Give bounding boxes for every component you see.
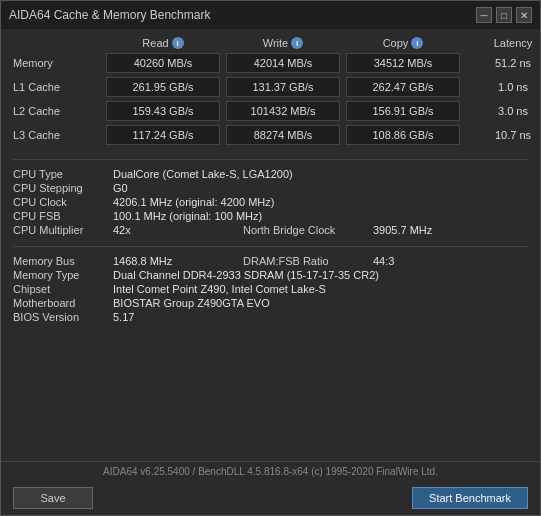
divider-2: [13, 246, 528, 247]
row-label-l1: L1 Cache: [13, 81, 103, 93]
cpu-fsb-label: CPU FSB: [13, 210, 113, 222]
footer-text: AIDA64 v6.25.5400 / BenchDLL 4.5.816.8-x…: [1, 461, 540, 481]
memory-read-value: 40260 MB/s: [106, 53, 220, 73]
save-button[interactable]: Save: [13, 487, 93, 509]
l1-copy-value: 262.47 GB/s: [346, 77, 460, 97]
l1-latency-value: 1.0 ns: [463, 81, 540, 93]
cpu-type-value: DualCore (Comet Lake-S, LGA1200): [113, 168, 528, 180]
table-row: L1 Cache 261.95 GB/s 131.37 GB/s 262.47 …: [13, 77, 528, 97]
motherboard-row: Motherboard BIOSTAR Group Z490GTA EVO: [13, 297, 528, 309]
l2-latency-value: 3.0 ns: [463, 105, 540, 117]
memory-bus-row: Memory Bus 1468.8 MHz DRAM:FSB Ratio 44:…: [13, 255, 528, 267]
cpu-stepping-value: G0: [113, 182, 528, 194]
write-info-icon[interactable]: i: [291, 37, 303, 49]
main-window: AIDA64 Cache & Memory Benchmark ─ □ ✕ Re…: [0, 0, 541, 516]
l3-copy-value: 108.86 GB/s: [346, 125, 460, 145]
memory-bus-label: Memory Bus: [13, 255, 113, 267]
table-row: L3 Cache 117.24 GB/s 88274 MB/s 108.86 G…: [13, 125, 528, 145]
read-info-icon[interactable]: i: [172, 37, 184, 49]
benchmark-table: Read i Write i Copy i Latency Memory 40: [1, 29, 540, 153]
cpu-multiplier-row: CPU Multiplier 42x North Bridge Clock 39…: [13, 224, 528, 236]
spacer: [1, 327, 540, 461]
divider-1: [13, 159, 528, 160]
memory-type-row: Memory Type Dual Channel DDR4-2933 SDRAM…: [13, 269, 528, 281]
north-bridge-label: North Bridge Clock: [243, 224, 373, 236]
memory-type-value: Dual Channel DDR4-2933 SDRAM (15-17-17-3…: [113, 269, 528, 281]
memory-info-section: Memory Bus 1468.8 MHz DRAM:FSB Ratio 44:…: [1, 253, 540, 327]
l3-read-value: 117.24 GB/s: [106, 125, 220, 145]
memory-copy-value: 34512 MB/s: [346, 53, 460, 73]
window-controls: ─ □ ✕: [476, 7, 532, 23]
title-bar: AIDA64 Cache & Memory Benchmark ─ □ ✕: [1, 1, 540, 29]
row-label-l3: L3 Cache: [13, 129, 103, 141]
table-row: L2 Cache 159.43 GB/s 101432 MB/s 156.91 …: [13, 101, 528, 121]
cpu-multiplier-value: 42x: [113, 224, 243, 236]
l2-read-value: 159.43 GB/s: [106, 101, 220, 121]
chipset-row: Chipset Intel Comet Point Z490, Intel Co…: [13, 283, 528, 295]
header-col-read: Read i: [103, 37, 223, 49]
window-title: AIDA64 Cache & Memory Benchmark: [9, 8, 210, 22]
header-col-write: Write i: [223, 37, 343, 49]
memory-bus-value: 1468.8 MHz: [113, 255, 243, 267]
cpu-clock-label: CPU Clock: [13, 196, 113, 208]
header-col-copy: Copy i: [343, 37, 463, 49]
cpu-type-label: CPU Type: [13, 168, 113, 180]
cpu-stepping-row: CPU Stepping G0: [13, 182, 528, 194]
cpu-info-section: CPU Type DualCore (Comet Lake-S, LGA1200…: [1, 166, 540, 240]
content-area: Read i Write i Copy i Latency Memory 40: [1, 29, 540, 515]
table-header: Read i Write i Copy i Latency: [13, 37, 528, 49]
cpu-clock-value: 4206.1 MHz (original: 4200 MHz): [113, 196, 528, 208]
bios-value: 5.17: [113, 311, 528, 323]
memory-type-label: Memory Type: [13, 269, 113, 281]
memory-write-value: 42014 MB/s: [226, 53, 340, 73]
header-col-empty: [13, 37, 103, 49]
north-bridge-value: 3905.7 MHz: [373, 224, 528, 236]
start-benchmark-button[interactable]: Start Benchmark: [412, 487, 528, 509]
cpu-fsb-row: CPU FSB 100.1 MHz (original: 100 MHz): [13, 210, 528, 222]
memory-latency-value: 51.2 ns: [463, 57, 540, 69]
dram-ratio-label: DRAM:FSB Ratio: [243, 255, 373, 267]
cpu-multiplier-label: CPU Multiplier: [13, 224, 113, 236]
l1-read-value: 261.95 GB/s: [106, 77, 220, 97]
cpu-clock-row: CPU Clock 4206.1 MHz (original: 4200 MHz…: [13, 196, 528, 208]
maximize-button[interactable]: □: [496, 7, 512, 23]
copy-info-icon[interactable]: i: [411, 37, 423, 49]
dram-ratio-value: 44:3: [373, 255, 528, 267]
header-col-latency: Latency: [463, 37, 540, 49]
bios-row: BIOS Version 5.17: [13, 311, 528, 323]
motherboard-label: Motherboard: [13, 297, 113, 309]
row-label-memory: Memory: [13, 57, 103, 69]
cpu-fsb-value: 100.1 MHz (original: 100 MHz): [113, 210, 528, 222]
bios-label: BIOS Version: [13, 311, 113, 323]
cpu-type-row: CPU Type DualCore (Comet Lake-S, LGA1200…: [13, 168, 528, 180]
button-bar: Save Start Benchmark: [1, 481, 540, 515]
l2-write-value: 101432 MB/s: [226, 101, 340, 121]
l3-latency-value: 10.7 ns: [463, 129, 540, 141]
l1-write-value: 131.37 GB/s: [226, 77, 340, 97]
table-row: Memory 40260 MB/s 42014 MB/s 34512 MB/s …: [13, 53, 528, 73]
row-label-l2: L2 Cache: [13, 105, 103, 117]
motherboard-value: BIOSTAR Group Z490GTA EVO: [113, 297, 528, 309]
cpu-stepping-label: CPU Stepping: [13, 182, 113, 194]
chipset-label: Chipset: [13, 283, 113, 295]
close-button[interactable]: ✕: [516, 7, 532, 23]
l2-copy-value: 156.91 GB/s: [346, 101, 460, 121]
l3-write-value: 88274 MB/s: [226, 125, 340, 145]
chipset-value: Intel Comet Point Z490, Intel Comet Lake…: [113, 283, 528, 295]
minimize-button[interactable]: ─: [476, 7, 492, 23]
